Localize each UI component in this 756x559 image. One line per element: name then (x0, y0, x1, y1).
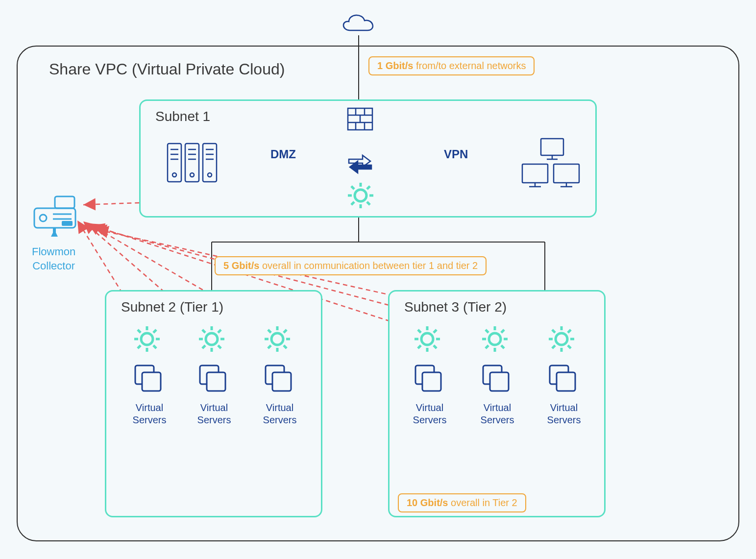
subnet1-title: Subnet 1 (155, 109, 210, 124)
svg-rect-52 (62, 221, 73, 226)
subnet1-box: Subnet 1 (139, 99, 597, 218)
vs-label: VirtualServers (263, 402, 297, 426)
cloud-icon (337, 9, 381, 38)
svg-rect-48 (55, 196, 74, 208)
vpc-title: Share VPC (Virtual Private Cloud) (49, 60, 285, 78)
dmz-label: DMZ (270, 147, 296, 161)
callout-tier2: 10 Gbit/s overall in Tier 2 (398, 493, 526, 512)
callout-tiers: 5 Gbit/s overall in communication betwee… (215, 256, 487, 275)
vpn-label: VPN (444, 147, 468, 161)
vs-label: VirtualServers (197, 402, 231, 426)
subnet3-title: Subnet 3 (Tier 2) (404, 299, 507, 315)
vs-label: VirtualServers (547, 402, 581, 426)
svg-point-49 (40, 215, 47, 221)
vs-label: VirtualServers (480, 402, 514, 426)
subnet2-title: Subnet 2 (Tier 1) (121, 299, 223, 315)
collector-label: Flowmon Collector (32, 245, 75, 273)
svg-rect-47 (34, 208, 75, 228)
collector-icon (31, 194, 80, 238)
callout-external: 1 Gbit/s from/to external networks (368, 56, 535, 75)
vs-label: VirtualServers (132, 402, 167, 426)
vpc-container: Share VPC (Virtual Private Cloud) 1 Gbit… (17, 46, 739, 541)
vs-label: VirtualServers (413, 402, 447, 426)
svg-rect-53 (53, 228, 56, 233)
